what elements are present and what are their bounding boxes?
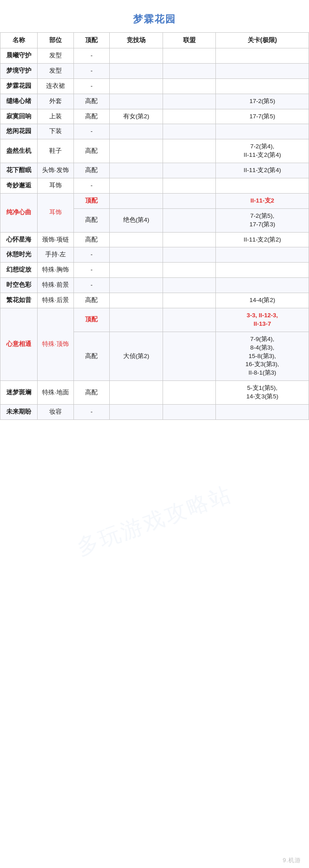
cell-top: - (73, 263, 110, 278)
col-header-name: 名称 (0, 33, 38, 48)
cell-arena (110, 124, 163, 139)
cell-name: 花下酣眠 (0, 163, 38, 178)
table-row: 心怀星海颈饰·项链高配II-11-支2(第2) (0, 232, 309, 247)
cell-stage (216, 63, 309, 78)
table-row: 梦霖花园连衣裙- (0, 78, 309, 94)
cell-top: - (73, 178, 110, 194)
cell-stage: 14-4(第2) (216, 293, 309, 308)
cell-arena: 大侦(第2) (110, 332, 163, 380)
cell-part: 手持·左 (38, 247, 74, 263)
cell-stage: 7-2(第5), 17-7(第3) (216, 208, 309, 232)
cell-name: 纯净心曲 (0, 193, 38, 232)
table-row: 悠闲花园下装- (0, 124, 309, 139)
cell-top: - (73, 405, 110, 420)
cell-top: 顶配 (73, 308, 110, 332)
cell-name: 时空色彩 (0, 278, 38, 293)
cell-stage (216, 78, 309, 94)
cell-arena (110, 263, 163, 278)
cell-name: 梦霖花园 (0, 78, 38, 94)
cell-stage: II-11-支2(第2) (216, 232, 309, 247)
cell-arena (110, 48, 163, 64)
table-body: 晨曦守护发型-梦境守护发型-梦霖花园连衣裙-缱绻心绪外套高配17-2(第5)寂寞… (0, 48, 309, 420)
col-header-part: 部位 (38, 33, 74, 48)
cell-stage (216, 278, 309, 293)
cell-part: 下装 (38, 124, 74, 139)
cell-stage: II-11-支2 (216, 193, 309, 208)
table-header-row: 名称 部位 顶配 竞技场 联盟 关卡(极限) (0, 33, 309, 48)
cell-name: 幻想绽放 (0, 263, 38, 278)
cell-part: 特殊·后景 (38, 293, 74, 308)
cell-arena (110, 232, 163, 247)
col-header-stage: 关卡(极限) (216, 33, 309, 48)
cell-top: - (73, 278, 110, 293)
cell-top: 高配 (73, 332, 110, 380)
cell-part: 特殊·胸饰 (38, 263, 74, 278)
cell-stage: 5-支1(第5), 14-支3(第5) (216, 381, 309, 405)
cell-arena: 有女(第2) (110, 109, 163, 124)
table-row: 奇妙邂逅耳饰- (0, 178, 309, 194)
table-row: 未来期盼妆容- (0, 405, 309, 420)
watermark2: 多玩游戏攻略站 (73, 479, 236, 562)
cell-part: 上装 (38, 109, 74, 124)
cell-part: 耳饰 (38, 178, 74, 194)
cell-league (163, 247, 216, 263)
cell-arena (110, 63, 163, 78)
cell-arena (110, 405, 163, 420)
cell-name: 迷梦斑斓 (0, 381, 38, 405)
cell-top: - (73, 124, 110, 139)
cell-part: 发型 (38, 48, 74, 64)
cell-stage: 17-7(第5) (216, 109, 309, 124)
cell-arena (110, 278, 163, 293)
cell-stage (216, 178, 309, 194)
cell-name: 奇妙邂逅 (0, 178, 38, 194)
cell-top: - (73, 48, 110, 64)
main-table: 名称 部位 顶配 竞技场 联盟 关卡(极限) 晨曦守护发型-梦境守护发型-梦霖花… (0, 32, 309, 420)
cell-league (163, 232, 216, 247)
table-row: 迷梦斑斓特殊·地面高配5-支1(第5), 14-支3(第5) (0, 381, 309, 405)
cell-name: 盎然生机 (0, 139, 38, 163)
cell-league (163, 109, 216, 124)
cell-part: 耳饰 (38, 193, 74, 232)
page-title: 梦霖花园 (0, 4, 309, 32)
cell-top: 高配 (73, 139, 110, 163)
cell-league (163, 63, 216, 78)
cell-top: 高配 (73, 208, 110, 232)
cell-stage (216, 263, 309, 278)
cell-league (163, 308, 216, 332)
cell-league (163, 405, 216, 420)
cell-name: 缱绻心绪 (0, 94, 38, 109)
cell-top: - (73, 247, 110, 263)
table-row: 寂寞回响上装高配有女(第2)17-7(第5) (0, 109, 309, 124)
cell-name: 悠闲花园 (0, 124, 38, 139)
table-wrapper: 名称 部位 顶配 竞技场 联盟 关卡(极限) 晨曦守护发型-梦境守护发型-梦霖花… (0, 32, 309, 420)
cell-part: 发型 (38, 63, 74, 78)
cell-name: 晨曦守护 (0, 48, 38, 64)
cell-top: 高配 (73, 293, 110, 308)
cell-name: 梦境守护 (0, 63, 38, 78)
cell-league (163, 163, 216, 178)
cell-part: 颈饰·项链 (38, 232, 74, 247)
cell-league (163, 124, 216, 139)
cell-arena (110, 78, 163, 94)
cell-arena (110, 178, 163, 194)
table-row: 花下酣眠头饰·发饰高配II-11-支2(第4) (0, 163, 309, 178)
table-row: 繁花如昔特殊·后景高配14-4(第2) (0, 293, 309, 308)
cell-league (163, 208, 216, 232)
col-header-arena: 竞技场 (110, 33, 163, 48)
cell-stage (216, 48, 309, 64)
cell-league (163, 48, 216, 64)
cell-top: - (73, 63, 110, 78)
table-row: 晨曦守护发型- (0, 48, 309, 64)
cell-top: - (73, 78, 110, 94)
table-row: 休憩时光手持·左- (0, 247, 309, 263)
cell-arena (110, 94, 163, 109)
cell-name: 心意相通 (0, 308, 38, 381)
cell-arena (110, 308, 163, 332)
cell-part: 特殊·前景 (38, 278, 74, 293)
cell-part: 头饰·发饰 (38, 163, 74, 178)
page-container: 梦霖花园 多玩游戏攻略站 多玩游戏攻略站 名称 部位 顶配 竞技场 联盟 关卡(… (0, 0, 309, 868)
table-row: 心意相通特殊·顶饰顶配3-3, II-12-3, II-13-7 (0, 308, 309, 332)
cell-top: 高配 (73, 381, 110, 405)
col-header-top: 顶配 (73, 33, 110, 48)
cell-stage: II-11-支2(第4) (216, 163, 309, 178)
